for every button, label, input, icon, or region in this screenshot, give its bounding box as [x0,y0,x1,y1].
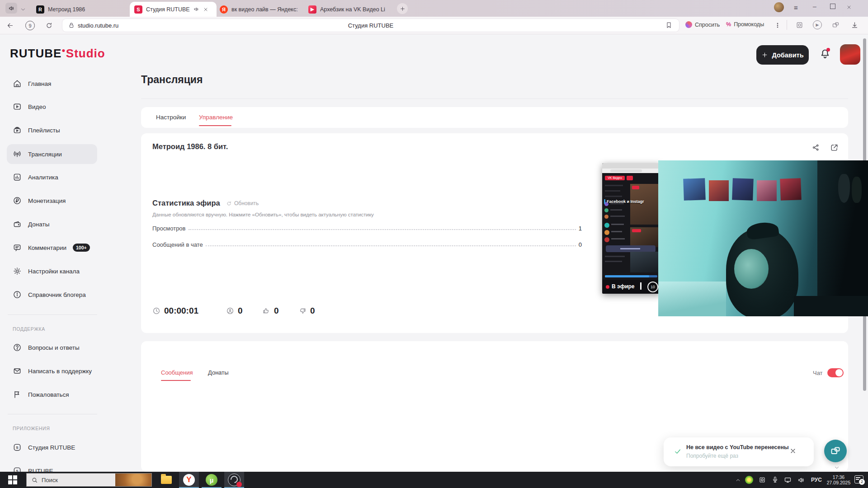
tray-network-icon[interactable] [784,476,792,484]
tab-close-icon[interactable] [203,7,208,12]
vk-video-logo: VK Видео [605,176,625,180]
plus-icon [761,52,768,58]
toast-close-icon[interactable] [789,447,797,455]
tray-antivirus-icon[interactable] [745,476,753,484]
start-button[interactable] [0,472,25,488]
window-minimize-button[interactable]: – [813,3,816,10]
sidebar-item-write-support[interactable]: Написать в поддержку [7,361,97,381]
clock-icon [152,307,160,315]
tab-management[interactable]: Управление [199,114,233,121]
downloads-icon[interactable] [851,21,859,29]
sidebar-item-analytics[interactable]: Аналитика [7,167,97,187]
tab-messages[interactable]: Сообщения [161,369,193,376]
sidebar-item-monetization[interactable]: Монетизация [7,191,97,211]
rutube-studio-logo[interactable]: RUTUBE●Studio [10,47,105,61]
sidebar-item-channel-settings[interactable]: Настройки канала [7,261,97,281]
chat-messages-value: 0 [579,241,582,248]
poster [683,178,706,201]
extension-tabs-icon[interactable] [832,21,840,29]
tab-yandex-search[interactable]: Я вк видео лайв — Яндекс: [215,2,307,17]
browser-profile-avatar[interactable] [774,2,784,12]
sidebar-item-video[interactable]: Видео [7,97,97,117]
capture-window-bar [602,163,661,169]
tab-title: Архебзик на VK Видео Li [320,6,385,13]
tab-metroid[interactable]: R Метроид 1986 [32,2,118,17]
taskbar-explorer-icon[interactable] [156,472,176,488]
extension-media-icon[interactable]: ▶ [813,20,822,29]
search-placeholder: Поиск [42,477,58,483]
share-icon[interactable] [811,143,820,152]
sidebar-item-report[interactable]: Пожаловаться [7,385,97,404]
taskbar-yandex-icon[interactable]: Y [179,472,199,488]
external-link-icon[interactable] [830,143,839,152]
views-value: 1 [579,225,582,232]
taskbar-search-box[interactable]: Поиск [26,473,152,487]
promo-button[interactable]: % Промокоды [726,21,764,28]
poster [732,178,754,201]
tab-title: Метроид 1986 [48,6,85,13]
title-divider [141,99,848,99]
scroll-down-icon[interactable] [834,465,840,471]
capture-thumbnail [630,184,659,225]
tabs-chevron-icon[interactable] [20,5,26,13]
sidebar-item-blogger-guide[interactable]: Справочник блогера [7,285,97,305]
alice-button[interactable]: 9 [25,21,35,30]
tray-volume-icon[interactable] [797,476,805,484]
tray-chevron-up-icon[interactable] [735,477,741,483]
sidebar-item-broadcasts[interactable]: Трансляции [7,144,97,164]
tray-language[interactable]: РУС [811,477,822,483]
browser-menu-icon[interactable]: ≡ [794,4,798,11]
studio-favicon: S [134,5,142,14]
tab-donates[interactable]: Донаты [208,369,229,376]
tab-studio-rutube[interactable]: S Студия RUTUBE [130,2,217,17]
sidebar-item-studio-app[interactable]: Студия RUTUBE [7,437,97,457]
window-close-button[interactable] [846,3,852,11]
bookmark-icon[interactable] [665,21,673,29]
browser-mute-button[interactable] [5,3,17,14]
check-icon [674,447,682,455]
toolbar-more-icon[interactable] [774,21,781,29]
tab-title: вк видео лайв — Яндекс: [231,6,298,13]
notifications-bell-button[interactable] [819,48,831,60]
tray-clock[interactable]: 17:36 27.09.2025 [826,474,852,485]
ask-button[interactable]: Спросить [685,21,720,28]
chat-toggle[interactable] [827,368,844,377]
window-restore-button[interactable] [830,4,835,9]
browser-tabbar: R Метроид 1986 S Студия RUTUBE Я вк виде… [0,0,868,17]
back-button[interactable] [6,21,14,29]
tray-mic-icon[interactable] [771,476,779,483]
broadcast-tabs-card: Настройки Управление [141,107,848,128]
refresh-button[interactable] [45,21,53,29]
pip-fab-button[interactable] [824,440,847,462]
toast-action-link[interactable]: Попробуйте ещё раз [686,453,738,459]
toolbar-divider [787,20,787,30]
new-tab-button[interactable] [397,3,408,14]
poster [780,178,802,201]
extension-cube-icon[interactable] [796,21,803,29]
address-bar[interactable]: studio.rutube.ru Студия RUTUBE [62,19,679,32]
add-label: Добавить [772,52,803,59]
screen: R Метроид 1986 S Студия RUTUBE Я вк виде… [0,0,868,488]
tab-vk-video[interactable]: ▶ Архебзик на VK Видео Li [304,2,398,17]
likes-counter[interactable]: 0 [262,306,279,316]
dislikes-counter[interactable]: 0 [298,306,315,316]
live-label: В эфире [612,283,635,290]
stat-row-views: Просмотров1 [152,225,582,232]
sidebar-item-comments[interactable]: Комментарии100+ [7,238,97,258]
sidebar-item-faq[interactable]: Вопросы и ответы [7,338,97,357]
chat-toggle-label: Чат [813,370,823,376]
sidebar-item-donates[interactable]: Донаты [7,214,97,234]
user-avatar[interactable] [840,44,860,65]
sidebar-item-playlists[interactable]: Плейлисты [7,120,97,140]
tab-settings[interactable]: Настройки [156,114,186,121]
bell-dot [826,48,830,52]
tray-capture-icon[interactable] [759,476,766,483]
add-button[interactable]: Добавить [756,45,809,65]
tray-notification-icon[interactable]: 2 [854,475,863,483]
chat-tab-underline [161,380,191,381]
taskbar-obs-icon[interactable] [224,472,244,488]
taskbar-utorrent-icon[interactable]: µ [202,472,222,488]
refresh-button-stats[interactable]: Обновить [226,200,259,206]
sidebar-item-home[interactable]: Главная [7,74,97,94]
tab-audio-icon[interactable] [193,6,199,12]
